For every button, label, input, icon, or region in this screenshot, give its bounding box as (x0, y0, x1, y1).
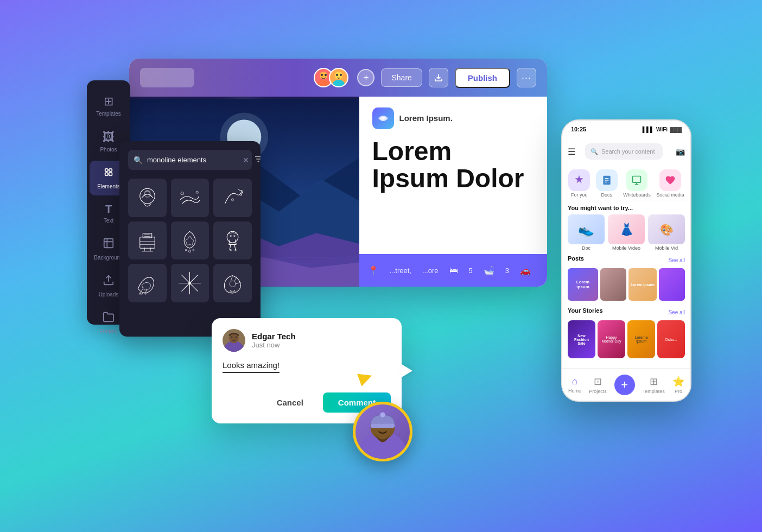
phone-bottom-templates[interactable]: ⊞ Templates (643, 376, 665, 394)
strip-city: ...ore (422, 267, 439, 275)
posts-section-header: Posts See all (568, 255, 685, 265)
comment-timestamp: Just now (252, 341, 296, 349)
add-collaborator-button[interactable]: + (357, 69, 374, 86)
svg-point-47 (230, 290, 232, 292)
phone-search-bar[interactable]: 🔍 Search your content (585, 143, 663, 160)
share-label: Share (391, 73, 411, 82)
post-item-2[interactable] (600, 268, 626, 301)
svg-point-25 (193, 249, 194, 251)
cancel-button[interactable]: Cancel (264, 392, 316, 413)
phone-search-placeholder: Search your content (601, 148, 655, 155)
share-button[interactable]: Share (381, 68, 422, 87)
projects-icon: ⊡ (594, 376, 602, 388)
avatar-group (314, 68, 348, 87)
posts-see-all[interactable]: See all (668, 257, 685, 263)
create-plus-icon: + (621, 378, 628, 392)
svg-point-65 (231, 337, 233, 338)
social-icon (659, 169, 681, 191)
home-label: Home (568, 388, 581, 394)
element-item[interactable] (171, 221, 209, 260)
svg-point-57 (340, 74, 342, 76)
phone-nav-social[interactable]: Social media (656, 169, 684, 198)
svg-point-23 (189, 250, 191, 252)
story-item-3[interactable]: Lorema Ipsum (627, 320, 655, 358)
phone-nav-row: For you Docs Whiteboards (562, 165, 690, 200)
bath-icon: 🛁 (484, 265, 494, 276)
more-dots-icon: ··· (522, 72, 531, 84)
search-bar: 🔍 ✕ (128, 150, 252, 170)
phone-bottom-nav: ⌂ Home ⊡ Projects + ⊞ Templates ⭐ Pro (562, 368, 690, 401)
story-item-2[interactable]: Happy Mother Day (598, 320, 625, 358)
svg-point-38 (141, 293, 143, 295)
photos-icon: 🖼 (103, 130, 115, 144)
filter-icon[interactable] (253, 154, 261, 166)
svg-rect-67 (230, 334, 231, 335)
sidebar-item-label: Templates (96, 111, 121, 117)
phone-bottom-create[interactable]: + (614, 375, 635, 395)
canvas-right: Lorem Ipsum. Lorem Ipsum Dolor 📍 ...tree… (359, 97, 548, 287)
beds-count: 5 (469, 267, 473, 275)
folders-icon (103, 311, 115, 326)
elements-icon (103, 166, 115, 181)
social-label: Social media (656, 192, 684, 198)
download-button[interactable] (429, 68, 448, 87)
svg-point-33 (234, 235, 236, 237)
try-label-video: Mobile Video (612, 245, 640, 251)
elements-panel: 🔍 ✕ (119, 141, 261, 337)
phone-bottom-home[interactable]: ⌂ Home (568, 376, 581, 394)
phone-nav-foryou[interactable]: For you (568, 169, 590, 198)
avatar-2 (329, 68, 348, 87)
sidebar-item-templates[interactable]: ⊞ Templates (90, 89, 128, 123)
more-options-button[interactable]: ··· (517, 68, 536, 87)
commenter-name: Edgar Tech (252, 332, 296, 341)
phone-nav-whiteboards[interactable]: Whiteboards (623, 169, 651, 198)
element-item[interactable] (128, 264, 167, 302)
text-icon: T (105, 203, 112, 216)
editor-topbar: + Share Publish ··· (129, 59, 547, 97)
svg-point-56 (336, 74, 338, 76)
search-icon: 🔍 (134, 156, 143, 164)
foryou-icon (568, 169, 590, 191)
try-item-doc[interactable]: 👟 Doc (568, 214, 605, 251)
canvas-heading: Lorem Ipsum Dolor (372, 138, 535, 193)
comment-pointer-arrow (402, 364, 412, 377)
plus-icon: + (363, 72, 369, 84)
svg-rect-3 (109, 173, 112, 176)
element-item[interactable] (171, 264, 209, 302)
pro-icon: ⭐ (672, 376, 684, 388)
templates-bottom-label: Templates (643, 389, 665, 394)
camera-icon[interactable]: 📷 (676, 147, 685, 156)
svg-point-11 (181, 192, 184, 195)
publish-button[interactable]: Publish (455, 68, 510, 88)
clear-icon[interactable]: ✕ (243, 156, 249, 164)
element-item[interactable] (213, 221, 252, 260)
phone-nav-docs[interactable]: Docs (596, 169, 618, 198)
element-item[interactable] (128, 221, 167, 260)
sidebar-item-label: Background (94, 255, 123, 261)
comment-user-info: Edgar Tech Just now (252, 332, 296, 349)
post-item-4[interactable] (659, 268, 685, 301)
element-item[interactable] (213, 264, 252, 302)
phone-try-section: You might want to try... 👟 Doc 👗 Mobile … (562, 200, 690, 255)
posts-grid: Lorem ipsum Lorem ipsum (568, 268, 685, 301)
try-item-video[interactable]: 👗 Mobile Video (608, 214, 645, 251)
element-item[interactable] (213, 179, 252, 217)
try-thumb-mobvid: 🎨 (648, 214, 685, 244)
search-input[interactable] (147, 156, 238, 164)
svg-point-66 (236, 337, 237, 338)
post-item-3[interactable]: Lorem ipsum (628, 268, 657, 301)
element-item[interactable] (171, 179, 209, 217)
phone-bottom-projects[interactable]: ⊡ Projects (589, 376, 607, 394)
projects-label: Projects (589, 389, 607, 394)
svg-point-2 (105, 173, 109, 176)
phone-bottom-pro[interactable]: ⭐ Pro (672, 376, 684, 394)
story-item-4[interactable]: Oshu... (657, 320, 685, 358)
element-item[interactable] (128, 179, 167, 217)
svg-rect-4 (104, 239, 113, 248)
post-item-1[interactable]: Lorem ipsum (568, 268, 598, 301)
story-item-1[interactable]: New Fashion Sale (568, 320, 595, 358)
stories-see-all[interactable]: See all (668, 309, 685, 315)
hamburger-icon[interactable]: ☰ (568, 147, 575, 157)
baths-count: 3 (505, 267, 509, 275)
try-item-mobvid[interactable]: 🎨 Mobile Vid (648, 214, 685, 251)
